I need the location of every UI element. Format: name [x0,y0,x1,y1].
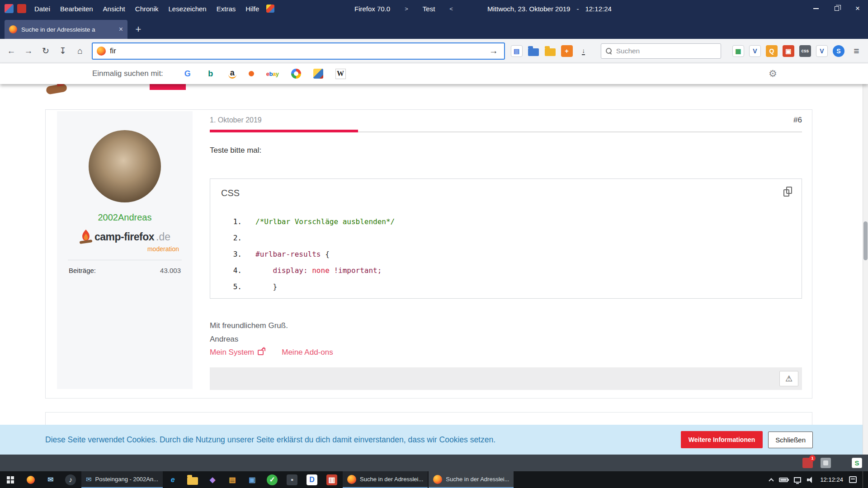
taskbar-edge-icon[interactable]: e [163,471,183,488]
new-tab-button[interactable]: + [130,21,146,38]
toolbar-folder-open-icon[interactable] [542,43,558,59]
search-input[interactable] [616,47,716,55]
search-engine-leo[interactable] [313,69,323,79]
link-mein-system[interactable]: Mein System [210,348,264,357]
cookie-close-button[interactable]: Schließen [768,432,813,448]
taskbar-dictionary-icon[interactable]: D [302,471,322,488]
restore-icon [835,6,839,11]
close-button[interactable]: × [847,0,868,17]
tab-close-icon[interactable]: × [119,25,123,33]
menu-bearbeiten[interactable]: Bearbeiten [60,5,93,13]
forward-text: → [24,46,33,56]
sidebar-tables-glyph: ▤ [511,45,523,57]
copy-code-button[interactable] [782,185,795,199]
user-avatar[interactable] [89,130,161,202]
taskbar-explorer-icon[interactable] [183,471,203,488]
taskbar-app-purple-icon[interactable]: ◆ [203,471,222,488]
search-engine-bing[interactable]: b [205,68,216,79]
go-arrow-icon[interactable]: → [487,46,500,56]
titlebar-icon-2[interactable] [17,4,26,13]
network-icon[interactable] [794,477,801,483]
extension-bottom-icon[interactable] [821,458,831,468]
report-button[interactable]: ⚠ [779,371,798,386]
link-meine-addons[interactable]: Meine Add-ons [282,348,333,357]
minimize-button[interactable] [806,0,826,17]
site-nav-active-partial [150,84,186,90]
battery-icon[interactable] [779,478,788,482]
nav-save-page-icon[interactable]: ↧ [55,43,71,59]
nav-back-icon[interactable]: ← [4,43,19,59]
start-button[interactable] [0,471,21,488]
search-engine-ebay[interactable]: ebay [266,68,279,79]
post-number[interactable]: #6 [793,116,802,125]
taskbar-app-blue-icon[interactable]: ▣ [242,471,262,488]
username-link[interactable]: 2002Andreas [57,212,193,223]
search-engine-amazon[interactable]: a [228,69,236,79]
search-engine-color-wheel[interactable] [291,69,301,79]
search-engine-wikipedia[interactable]: W [335,69,346,79]
toolbar-speed-dial-icon[interactable]: + [559,43,575,59]
post-date[interactable]: 1. Oktober 2019 [210,116,262,124]
round-blue-text: S [836,47,840,55]
nav-reload-icon[interactable]: ↻ [38,43,53,59]
menu-ansicht[interactable]: Ansicht [103,5,125,13]
gear-icon[interactable]: ⚙ [769,68,777,79]
home-glyph: ⌂ [74,45,86,57]
taskbar-window-thunderbird[interactable]: ✉ Posteingang - 2002An... [81,471,163,488]
menu-lesezeichen[interactable]: Lesezeichen [168,5,206,13]
nav-forward-icon[interactable]: → [21,43,36,59]
taskbar-media-icon[interactable]: ♪ [61,471,80,488]
search-engine-google[interactable]: G [182,68,193,79]
taskbar-antivirus-icon[interactable]: ✓ [262,471,282,488]
url-bar[interactable]: → [92,42,505,60]
taskbar-firefox-icon[interactable] [21,471,41,488]
toolbar-downloads-icon[interactable]: ↓ [576,43,591,59]
taskbar-window-firefox-1[interactable]: Suche in der Adresslei... [343,471,428,488]
round-blue-glyph: S [833,45,844,57]
toolbar-q-orange-icon[interactable]: Q [764,43,779,59]
toolbar-v-blue-icon[interactable]: V [747,43,763,59]
tab-active[interactable]: Suche in der Adressleiste a × [5,20,127,39]
toolbar-round-blue-icon[interactable]: S [831,43,846,59]
dictionary-glyph: D [307,474,317,485]
notification-icon[interactable]: 1 [802,458,813,468]
menu-extras[interactable]: Extras [217,5,236,13]
titlebar-paint-icon[interactable] [266,5,274,13]
toolbar-table-green-icon[interactable]: ▦ [731,43,746,59]
taskbar-app-dark-icon[interactable]: ▪ [282,471,302,488]
menu-datei[interactable]: Datei [34,5,50,13]
toolbar-red-tool-icon[interactable]: ▣ [781,43,796,59]
menu-hilfe[interactable]: Hilfe [245,5,259,13]
titlebar-icon-1[interactable] [5,4,14,13]
media-text: ♪ [69,476,72,484]
cookie-info-button[interactable]: Weitere Informationen [681,431,763,448]
titlebar-date: Mittwoch, 23. Oktober 2019 [487,5,570,13]
scrollbar-track[interactable] [863,63,868,455]
toolbar-v-blue-2-icon[interactable]: V [814,43,830,59]
search-engine-orange-ring[interactable] [249,71,254,76]
menu-chronik[interactable]: Chronik [135,5,159,13]
volume-icon[interactable] [807,477,814,483]
restore-button[interactable] [826,0,847,17]
taskbar-window-firefox-2[interactable]: Suche in der Adresslei... [429,471,514,488]
show-desktop-button[interactable] [863,471,866,488]
toolbar-sidebar-tables-icon[interactable]: ▤ [509,43,524,59]
menu-hamburger-icon[interactable]: ≡ [849,43,864,59]
url-input[interactable] [110,47,483,55]
tray-expand-icon[interactable] [769,478,774,483]
toolbar-css-tool-icon[interactable]: css [797,43,813,59]
scrollbar-thumb[interactable] [863,221,868,260]
taskbar-app-orange-icon[interactable]: ▤ [222,471,242,488]
titlebar-next-glyph: > [405,5,408,12]
action-center-icon[interactable] [849,476,857,483]
taskbar-clock[interactable]: 12:12:24 [820,476,843,483]
post-divider-accent [210,130,358,132]
brand-name: camp-firefox [94,231,154,243]
search-box[interactable] [601,43,721,59]
taskbar-mail-icon[interactable]: ✉ [41,471,61,488]
taskbar-app-red-icon[interactable]: ▥ [322,471,342,488]
nav-home-icon[interactable]: ⌂ [72,43,88,59]
antivirus-glyph: ✓ [267,474,278,485]
scroll-widget-icon[interactable]: S [852,458,862,468]
toolbar-folder-blue-icon[interactable] [526,43,541,59]
